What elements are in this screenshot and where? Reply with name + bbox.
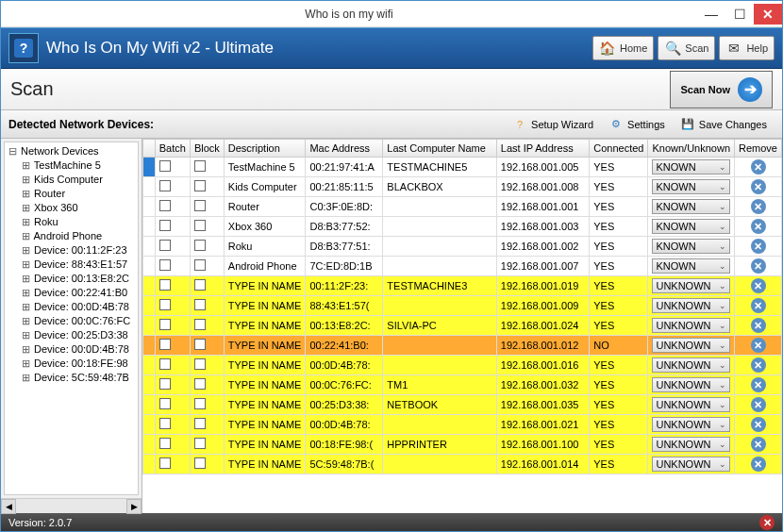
table-row[interactable]: RokuD8:B3:77:51:192.168.001.002YESKNOWN⌄… <box>143 237 782 257</box>
known-select[interactable]: UNKNOWN⌄ <box>652 318 730 333</box>
checkbox[interactable] <box>159 220 171 231</box>
expand-icon[interactable]: ⊞ <box>22 244 31 257</box>
known-cell[interactable]: KNOWN⌄ <box>648 197 735 217</box>
table-row[interactable]: TYPE IN NAME00:22:41:B0:192.168.001.012N… <box>143 336 782 356</box>
scroll-right-icon[interactable]: ▶ <box>126 499 142 514</box>
maximize-button[interactable]: ☐ <box>725 4 754 25</box>
description-cell[interactable]: TYPE IN NAME <box>224 296 306 316</box>
description-cell[interactable]: Xbox 360 <box>224 217 306 237</box>
checkbox[interactable] <box>194 457 206 469</box>
known-select[interactable]: UNKNOWN⌄ <box>652 437 730 452</box>
checkbox[interactable] <box>159 418 171 429</box>
known-cell[interactable]: UNKNOWN⌄ <box>648 375 735 395</box>
description-cell[interactable]: TYPE IN NAME <box>224 316 306 336</box>
tree-item[interactable]: ⊞ Roku <box>7 215 136 229</box>
description-cell[interactable]: TYPE IN NAME <box>224 336 306 356</box>
description-cell[interactable]: TYPE IN NAME <box>224 415 306 435</box>
checkbox[interactable] <box>194 279 206 291</box>
tree-item[interactable]: ⊞ Device: 00:11:2F:23 <box>7 243 136 258</box>
expand-icon[interactable]: ⊞ <box>22 258 31 271</box>
remove-cell[interactable]: ✕ <box>735 177 782 197</box>
expand-icon[interactable]: ⊞ <box>22 315 31 327</box>
col-select[interactable] <box>143 140 156 158</box>
description-cell[interactable]: Android Phone <box>224 257 306 276</box>
minimize-button[interactable]: — <box>697 4 725 25</box>
checkbox[interactable] <box>159 259 171 271</box>
table-row[interactable]: TYPE IN NAME00:18:FE:98:(HPPRINTER192.16… <box>143 435 782 455</box>
remove-icon[interactable]: ✕ <box>751 298 766 313</box>
close-button[interactable]: ✕ <box>754 4 782 25</box>
col-last-ip[interactable]: Last IP Address <box>496 140 589 158</box>
table-row[interactable]: TYPE IN NAME00:0C:76:FC:TM1192.168.001.0… <box>143 375 782 395</box>
expand-icon[interactable]: ⊞ <box>22 301 31 313</box>
known-cell[interactable]: KNOWN⌄ <box>648 158 735 177</box>
known-select[interactable]: KNOWN⌄ <box>652 258 730 274</box>
row-select-cell[interactable] <box>143 237 156 257</box>
remove-cell[interactable]: ✕ <box>735 375 782 395</box>
row-select-cell[interactable] <box>143 336 156 356</box>
known-select[interactable]: KNOWN⌄ <box>652 179 730 194</box>
known-cell[interactable]: KNOWN⌄ <box>648 177 735 197</box>
remove-cell[interactable]: ✕ <box>735 395 782 415</box>
tree-item[interactable]: ⊞ Device: 00:0D:4B:78 <box>7 300 136 314</box>
table-row[interactable]: TYPE IN NAME00:25:D3:38:NETBOOK192.168.0… <box>143 395 782 415</box>
tree-root[interactable]: ⊟ Network Devices <box>7 144 136 158</box>
known-select[interactable]: UNKNOWN⌄ <box>652 397 730 412</box>
block-checkbox-cell[interactable] <box>190 158 224 177</box>
known-cell[interactable]: KNOWN⌄ <box>648 217 735 237</box>
remove-icon[interactable]: ✕ <box>751 219 766 234</box>
remove-icon[interactable]: ✕ <box>751 199 766 214</box>
row-select-cell[interactable] <box>143 316 156 336</box>
known-cell[interactable]: UNKNOWN⌄ <box>648 455 735 474</box>
device-tree[interactable]: ⊟ Network Devices ⊞ TestMachine 5⊞ Kids … <box>4 141 139 495</box>
known-select[interactable]: UNKNOWN⌄ <box>652 457 730 472</box>
checkbox[interactable] <box>194 259 206 271</box>
checkbox[interactable] <box>194 160 206 172</box>
description-cell[interactable]: TYPE IN NAME <box>224 375 306 395</box>
row-select-cell[interactable] <box>143 217 156 237</box>
checkbox[interactable] <box>159 160 171 172</box>
checkbox[interactable] <box>194 200 206 211</box>
block-checkbox-cell[interactable] <box>190 415 224 435</box>
col-connected[interactable]: Connected <box>590 140 648 158</box>
row-select-cell[interactable] <box>143 296 156 316</box>
tree-item[interactable]: ⊞ Xbox 360 <box>7 201 136 215</box>
checkbox[interactable] <box>194 438 206 449</box>
col-batch[interactable]: Batch <box>155 140 190 158</box>
batch-checkbox-cell[interactable] <box>155 296 190 316</box>
expand-icon[interactable]: ⊞ <box>22 287 31 299</box>
checkbox[interactable] <box>194 240 206 251</box>
remove-cell[interactable]: ✕ <box>735 257 782 276</box>
batch-checkbox-cell[interactable] <box>155 336 190 356</box>
expand-icon[interactable]: ⊞ <box>22 216 31 228</box>
tree-item[interactable]: ⊞ Device: 00:18:FE:98 <box>7 357 136 371</box>
remove-icon[interactable]: ✕ <box>751 179 766 194</box>
scan-button[interactable]: 🔍 Scan <box>658 36 715 60</box>
remove-cell[interactable]: ✕ <box>735 415 782 435</box>
row-select-cell[interactable] <box>143 375 156 395</box>
block-checkbox-cell[interactable] <box>190 177 224 197</box>
remove-icon[interactable]: ✕ <box>751 357 766 373</box>
remove-icon[interactable]: ✕ <box>751 377 766 392</box>
known-cell[interactable]: UNKNOWN⌄ <box>648 276 735 296</box>
remove-icon[interactable]: ✕ <box>751 417 766 432</box>
known-select[interactable]: KNOWN⌄ <box>652 199 730 214</box>
known-select[interactable]: UNKNOWN⌄ <box>652 377 730 392</box>
tree-item[interactable]: ⊞ TestMachine 5 <box>7 158 136 173</box>
remove-icon[interactable]: ✕ <box>751 318 766 333</box>
known-select[interactable]: KNOWN⌄ <box>652 219 730 234</box>
row-select-cell[interactable] <box>143 197 156 217</box>
known-cell[interactable]: UNKNOWN⌄ <box>648 356 735 375</box>
checkbox[interactable] <box>194 358 206 370</box>
row-select-cell[interactable] <box>143 158 156 177</box>
row-select-cell[interactable] <box>143 455 156 474</box>
col-known[interactable]: Known/Unknown <box>648 140 735 158</box>
expand-icon[interactable]: ⊞ <box>22 357 31 370</box>
remove-icon[interactable]: ✕ <box>751 437 766 452</box>
block-checkbox-cell[interactable] <box>190 395 224 415</box>
description-cell[interactable]: TestMachine 5 <box>224 158 306 177</box>
block-checkbox-cell[interactable] <box>190 217 224 237</box>
remove-cell[interactable]: ✕ <box>735 435 782 455</box>
expand-icon[interactable]: ⊞ <box>22 343 31 356</box>
batch-checkbox-cell[interactable] <box>155 395 190 415</box>
